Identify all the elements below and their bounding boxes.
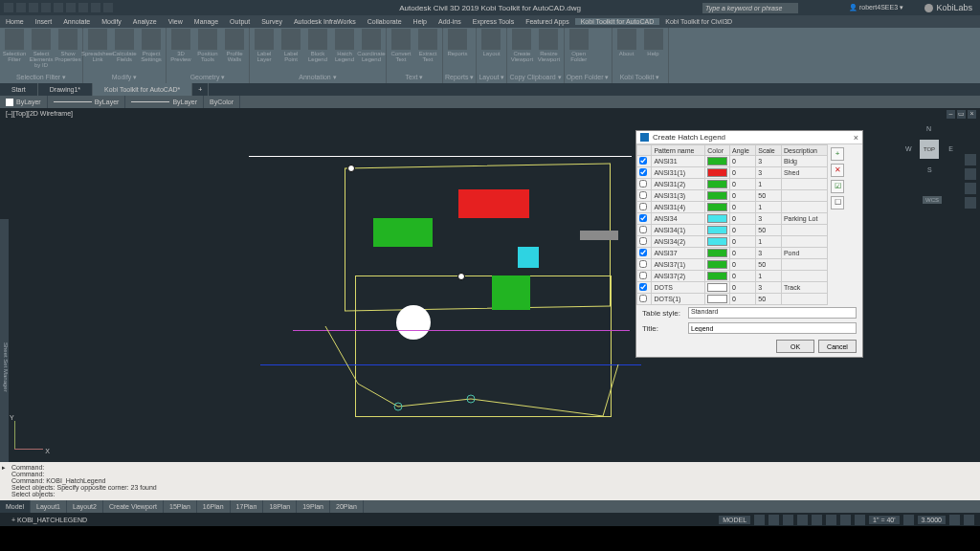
pattern-row[interactable]: ANSI37(1) 050 <box>637 259 828 271</box>
layout-tab[interactable]: Layout1 <box>31 500 67 513</box>
space-toggle[interactable]: MODEL <box>719 516 750 524</box>
pattern-row[interactable]: DOTS(1) 050 <box>637 294 828 305</box>
document-tab[interactable]: Start <box>0 83 38 96</box>
row-checkbox[interactable] <box>639 180 647 187</box>
ribbon-button[interactable]: Create Viewport <box>509 29 534 73</box>
layout-tab[interactable]: 17Plan <box>231 500 264 513</box>
wcs-label[interactable]: WCS <box>923 196 942 204</box>
document-tab[interactable]: Kobi Toolkit for AutoCAD* <box>93 83 192 96</box>
ribbon-button[interactable]: Position Tools <box>195 29 220 73</box>
close-icon[interactable]: × <box>854 133 858 143</box>
row-checkbox[interactable] <box>639 226 647 233</box>
ribbon-button[interactable]: Show Properties <box>56 29 80 73</box>
osnap-icon[interactable] <box>812 515 822 525</box>
document-tabs[interactable]: StartDrawing1*Kobi Toolkit for AutoCAD*+ <box>0 83 980 96</box>
ribbon-button[interactable]: Convert Text <box>389 29 413 73</box>
layout-tab[interactable]: 16Plan <box>197 500 231 513</box>
zoom-scale[interactable]: 3.5000 <box>918 516 946 524</box>
ribbon-button[interactable]: Resize Viewport <box>536 29 561 73</box>
nav-bar[interactable] <box>965 154 976 209</box>
ribbon-tabs[interactable]: HomeInsertAnnotateModifyAnalyzeViewManag… <box>0 15 980 28</box>
pattern-row[interactable]: ANSI34 03Parking Lot <box>637 213 828 225</box>
ribbon-button[interactable]: Help <box>641 29 666 73</box>
dynucs-icon[interactable] <box>826 515 836 525</box>
ribbon-tab[interactable]: View <box>163 18 189 25</box>
uncheck-all-button[interactable]: ☐ <box>831 196 844 209</box>
ribbon-tab[interactable]: Output <box>224 18 256 25</box>
ribbon-tab[interactable]: Help <box>408 18 433 25</box>
expand-icon[interactable] <box>949 515 960 525</box>
person-icon[interactable] <box>855 515 865 525</box>
row-checkbox[interactable] <box>639 203 647 210</box>
ribbon-button[interactable]: Profile Walls <box>222 29 247 73</box>
cancel-button[interactable]: Cancel <box>818 340 857 353</box>
ribbon-button[interactable]: Select Elements by ID <box>29 29 54 73</box>
ribbon-button[interactable]: 3D Preview <box>168 29 193 73</box>
ribbon-button[interactable]: Reports <box>445 29 470 73</box>
layout-tab[interactable]: Create Viewport <box>103 500 164 513</box>
ok-button[interactable]: OK <box>776 340 814 353</box>
layout-tab[interactable]: Model <box>0 500 31 513</box>
row-checkbox[interactable] <box>639 237 647 245</box>
row-checkbox[interactable] <box>639 260 647 268</box>
pattern-row[interactable]: DOTS 03Track <box>637 282 828 294</box>
ribbon-tab[interactable]: Featured Apps <box>520 18 575 25</box>
ribbon-tab[interactable]: Insert <box>30 18 58 25</box>
ribbon-tab[interactable]: Add-ins <box>433 18 467 25</box>
pattern-row[interactable]: ANSI31(3) 050 <box>637 190 828 202</box>
command-line[interactable]: ▸ Command:Command:Command: KOBI_HatchLeg… <box>0 462 980 500</box>
ortho-icon[interactable] <box>783 515 793 525</box>
snap-icon[interactable] <box>768 515 779 525</box>
table-style-dropdown[interactable]: Standard <box>688 307 857 319</box>
ribbon-button[interactable]: Spreadsheet Link <box>85 29 110 73</box>
pattern-row[interactable]: ANSI34(2) 01 <box>637 236 828 248</box>
ribbon-tab[interactable]: Kobi Toolkit for AutoCAD <box>575 18 660 25</box>
user-label[interactable]: 👤 robert4SEE3 ▾ <box>849 4 903 11</box>
pattern-table[interactable]: Pattern nameColorAngleScaleDescription A… <box>636 144 828 305</box>
ribbon-button[interactable]: Calculate Fields <box>112 29 137 73</box>
pattern-row[interactable]: ANSI31 03Bldg <box>637 156 828 167</box>
row-checkbox[interactable] <box>639 295 647 302</box>
pattern-row[interactable]: ANSI37 03Pond <box>637 248 828 259</box>
row-checkbox[interactable] <box>639 283 647 291</box>
properties-bar[interactable]: ByLayer ByLayer ByLayer ByColor <box>0 96 980 108</box>
ribbon-button[interactable]: About <box>614 29 639 73</box>
add-button[interactable]: + <box>831 147 844 161</box>
gear2-icon[interactable] <box>903 515 914 525</box>
status-bar[interactable]: + KOBI_HATCHLEGEND MODEL 1" = 40' 3.5000 <box>0 513 980 526</box>
title-input[interactable] <box>688 322 857 334</box>
layout-tab[interactable]: Layout2 <box>67 500 103 513</box>
anno-scale[interactable]: 1" = 40' <box>869 516 899 524</box>
ribbon-button[interactable]: Block Legend <box>305 29 330 73</box>
ribbon-tab[interactable]: Express Tools <box>467 18 520 25</box>
ribbon-button[interactable]: Project Settings <box>139 29 164 73</box>
ribbon-button[interactable]: Layout <box>479 29 503 73</box>
document-tab[interactable]: Drawing1* <box>38 83 93 96</box>
menu-icon[interactable] <box>964 515 974 525</box>
ribbon-button[interactable]: Open Folder <box>567 29 591 73</box>
layout-tab[interactable]: 15Plan <box>164 500 197 513</box>
pattern-row[interactable]: ANSI31(2) 01 <box>637 179 828 190</box>
ribbon-tab[interactable]: Manage <box>189 18 224 25</box>
ribbon-tab[interactable]: Survey <box>256 18 288 25</box>
ribbon-button[interactable]: Label Point <box>278 29 303 73</box>
row-checkbox[interactable] <box>639 272 647 279</box>
ribbon-tab[interactable]: Annotate <box>57 18 96 25</box>
layout-tab[interactable]: 20Plan <box>330 500 364 513</box>
layout-tabs[interactable]: ModelLayout1Layout2Create Viewport15Plan… <box>0 500 980 513</box>
ribbon-button[interactable]: Hatch Legend <box>332 29 357 73</box>
ribbon-tab[interactable]: Autodesk InfraWorks <box>288 18 362 25</box>
layout-tab[interactable]: 19Plan <box>297 500 330 513</box>
grid-icon[interactable] <box>754 515 765 525</box>
pattern-row[interactable]: ANSI31(1) 03Shed <box>637 167 828 179</box>
quick-access-toolbar[interactable] <box>0 3 117 12</box>
layout-tab[interactable]: 18Plan <box>263 500 297 513</box>
ribbon-tab[interactable]: Modify <box>96 18 127 25</box>
row-checkbox[interactable] <box>639 214 647 222</box>
view-cube[interactable]: TOP NSEW <box>907 127 951 171</box>
ribbon-tab[interactable]: Home <box>0 18 30 25</box>
ribbon-tab[interactable]: Analyze <box>127 18 163 25</box>
row-checkbox[interactable] <box>639 191 647 199</box>
pattern-row[interactable]: ANSI37(2) 01 <box>637 271 828 282</box>
row-checkbox[interactable] <box>639 168 647 176</box>
